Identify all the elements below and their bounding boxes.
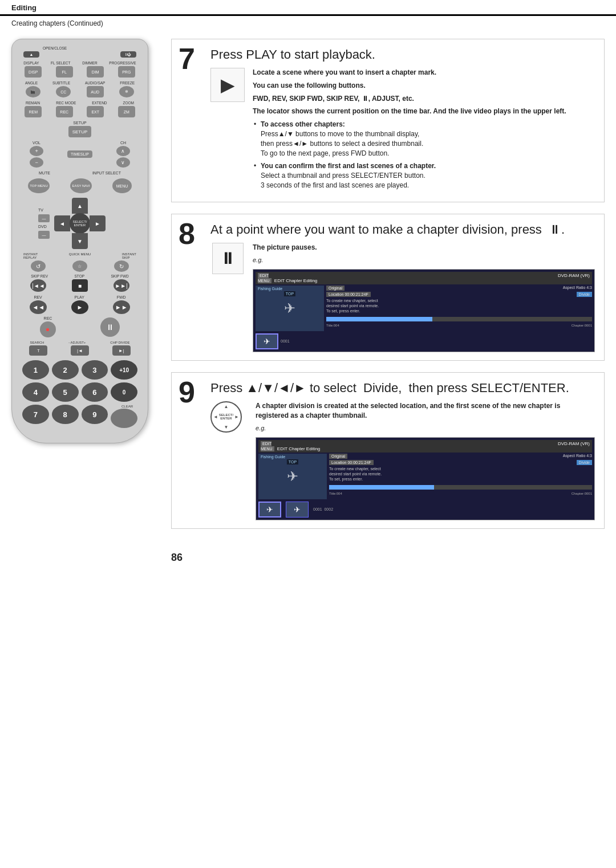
- aspect-label: Aspect Ratio 4:3: [563, 286, 592, 291]
- freeze-btn[interactable]: ❄: [119, 86, 134, 97]
- menu-btn[interactable]: MENU: [112, 178, 132, 193]
- rec-pause-row: REC ⏺ ⏸: [18, 316, 142, 337]
- instant-skip-btn[interactable]: ↻: [114, 260, 129, 272]
- extend-btn[interactable]: EXT: [87, 106, 104, 117]
- recmode-btn[interactable]: REC: [56, 106, 73, 117]
- fwd-btn[interactable]: ►►: [113, 300, 130, 314]
- num-6-btn[interactable]: 6: [82, 382, 108, 402]
- stop-label: STOP: [74, 274, 84, 278]
- step8-screen: EDITMENU EDIT Chapter Editing DVD-RAM (V…: [253, 269, 595, 352]
- vol-block: VOL + −: [30, 141, 43, 168]
- clear-btn[interactable]: [111, 409, 137, 428]
- chapter-editing-label2: EDIT Chapter Editing: [277, 446, 320, 451]
- num-5-btn[interactable]: 5: [52, 382, 79, 402]
- subtitle-label: SUBTITLE: [52, 81, 70, 85]
- ch-down-btn[interactable]: ∨: [116, 157, 130, 168]
- instructions-panel: 7 Press PLAY to start playback. ▶ Locate…: [171, 39, 605, 564]
- screen8-video: Fishing Guide TOP ✈: [256, 286, 324, 331]
- subtitle-btn[interactable]: CC: [56, 86, 71, 97]
- dimmer-btn[interactable]: DIM: [87, 66, 104, 78]
- vol-up-btn[interactable]: +: [30, 146, 43, 156]
- skip-fwd-btn[interactable]: ►►|: [114, 279, 129, 292]
- step7-p3: FWD, REV, SKIP FWD, SKIP REV, ⏸, ADJUST,…: [253, 94, 595, 104]
- num-plus10-btn[interactable]: +10: [111, 360, 137, 380]
- step9-screen: EDITMENU EDIT Chapter Editing DVD-RAM (V…: [256, 437, 595, 520]
- instant-replay-btn[interactable]: ↺: [31, 260, 46, 272]
- ch-up-btn[interactable]: ∧: [116, 146, 130, 156]
- open-close-btn[interactable]: ▲: [23, 51, 39, 58]
- step-7-body: ▶ Locate a scene where you want to inser…: [210, 68, 595, 194]
- angle-btn-row: 🎬 CC AUD ❄: [18, 86, 142, 97]
- num-3-btn[interactable]: 3: [82, 360, 108, 380]
- setup-btn[interactable]: SETUP: [68, 126, 91, 137]
- instant-replay-label: INSTANTREPLAY: [23, 252, 38, 259]
- mute-label: MUTE: [39, 171, 50, 175]
- angle-label: ANGLE: [25, 81, 38, 85]
- step-8-number: 8: [179, 219, 195, 248]
- quick-menu-btn[interactable]: ☆: [72, 260, 87, 272]
- num-7-btn[interactable]: 7: [22, 405, 49, 424]
- dvd-btn[interactable]: —: [38, 231, 50, 239]
- transport-btn-row: |◄◄ ■ ►►|: [18, 279, 142, 292]
- top-menu-btn[interactable]: TOP MENU: [28, 178, 50, 193]
- arrow-left-icon: ◄: [213, 414, 218, 419]
- display-btn[interactable]: DISP: [25, 66, 42, 78]
- angle-labels: ANGLE SUBTITLE AUDIO/SAP FREEZE: [18, 81, 142, 85]
- fl-select-btn[interactable]: FL: [56, 66, 73, 78]
- screen9-info: Original Aspect Ratio 4:3 Location 00:00…: [329, 454, 592, 499]
- play-icon-box: ▶: [210, 68, 245, 102]
- dpad-up-btn[interactable]: ▲: [72, 198, 88, 214]
- step-8-icon-row: ⏸ The picture pauses. e.g. EDITMENU EDIT…: [210, 243, 595, 352]
- skip-rev-btn[interactable]: |◄◄: [30, 279, 46, 292]
- zoom-btn[interactable]: ZM: [118, 106, 135, 117]
- adjust-minus-btn[interactable]: |◄: [71, 345, 89, 356]
- play-btn[interactable]: ►: [71, 300, 88, 314]
- screen9-t2: desired start point via remote.: [329, 471, 592, 476]
- screen8-header: EDITMENU EDIT Chapter Editing DVD-RAM (V…: [256, 272, 592, 284]
- angle-btn[interactable]: 🎬: [26, 86, 40, 97]
- dpad-left-btn[interactable]: ◄: [54, 215, 70, 231]
- open-close-label: OPEN/CLOSE: [43, 46, 67, 50]
- menu-row: TOP MENU EASY NAVI MENU: [18, 178, 142, 193]
- num-8-btn[interactable]: 8: [52, 405, 79, 424]
- mute-row: MUTE INPUT SELECT: [18, 171, 142, 175]
- dpad-down-btn[interactable]: ▼: [72, 233, 88, 249]
- search-btn-row: T |◄ ►|: [18, 345, 142, 356]
- timeslip-btn[interactable]: TIMESLIP: [67, 150, 92, 158]
- power-btn[interactable]: I/⏻: [120, 51, 136, 58]
- step7-p2: You can use the following buttons.: [253, 81, 595, 91]
- step-9-block: 9 Press ▲/▼/◄/► to select Divide, then p…: [171, 372, 605, 529]
- remain-btn[interactable]: REM: [25, 106, 42, 117]
- page-number: 86: [171, 552, 605, 564]
- audio-btn[interactable]: AUD: [87, 86, 104, 97]
- select-enter-btn[interactable]: SELECT/ENTER: [70, 213, 90, 234]
- dpad-right-btn[interactable]: ►: [90, 215, 106, 231]
- ch-block: CH ∧ ∨: [116, 141, 130, 168]
- tv-btn[interactable]: —: [38, 214, 50, 222]
- play-label: PLAY: [75, 295, 84, 299]
- pause-large-btn[interactable]: ⏸: [100, 317, 120, 337]
- screen9-t3: To set, press enter.: [329, 476, 592, 482]
- divide-text: Divide,: [363, 381, 402, 395]
- num-2-btn[interactable]: 2: [52, 360, 79, 380]
- divide-btn2: Divide: [577, 460, 592, 465]
- num-0-btn[interactable]: 0: [111, 382, 137, 402]
- step-9-number: 9: [179, 377, 195, 407]
- num-1-btn[interactable]: 1: [22, 360, 49, 380]
- screen9-header-right: DVD-RAM (VR): [558, 441, 590, 451]
- vol-down-btn[interactable]: −: [30, 157, 43, 168]
- rev-btn[interactable]: ◄◄: [30, 300, 47, 314]
- plane-icon2: ✈: [287, 468, 298, 484]
- progressive-btn[interactable]: PRG: [118, 66, 135, 78]
- stop-btn[interactable]: ■: [72, 279, 88, 292]
- timeline-progress: [326, 317, 432, 321]
- adjust-plus-btn[interactable]: ►|: [112, 345, 131, 356]
- easy-navi-btn[interactable]: EASY NAVI: [70, 178, 92, 193]
- search-btn[interactable]: T: [29, 345, 47, 356]
- num-9-btn[interactable]: 9: [82, 405, 108, 424]
- num-4-btn[interactable]: 4: [22, 382, 49, 402]
- rec-btn[interactable]: ⏺: [40, 321, 56, 337]
- vol-label: VOL: [33, 141, 40, 145]
- remote-wrap: OPEN/CLOSE ▲ I/⏻ DISPLAY FL SELECT DIMME…: [11, 39, 160, 564]
- step-7-title: Press PLAY to start playback.: [210, 47, 595, 62]
